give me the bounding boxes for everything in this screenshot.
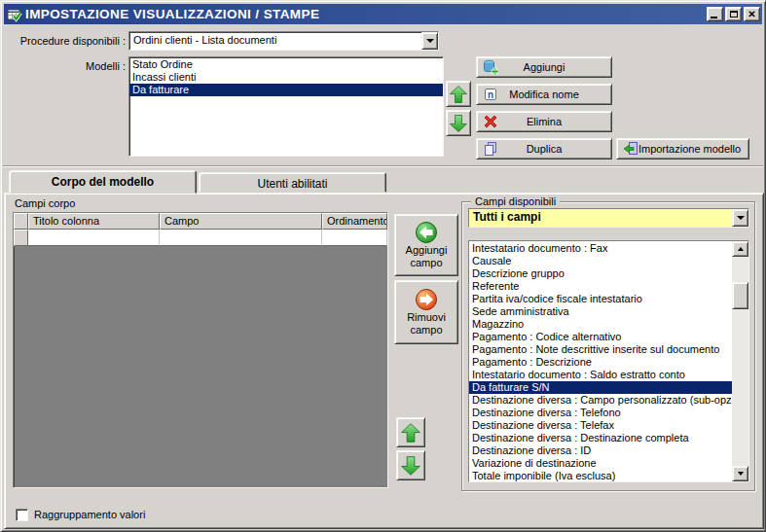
app-icon: [7, 7, 22, 22]
available-list[interactable]: Intestatario documento : FaxCausaleDescr…: [469, 241, 732, 481]
add-field-label: Aggiungi campo: [399, 244, 454, 269]
list-item[interactable]: Totale imponibile (Iva esclusa): [469, 470, 732, 481]
tab-label: Corpo del modello: [52, 175, 154, 189]
list-item[interactable]: Destinazione diversa : Destinazione comp…: [469, 432, 732, 444]
list-item[interactable]: Referente: [469, 280, 732, 293]
list-item[interactable]: Intestatario documento : Saldo estratto …: [469, 369, 732, 381]
list-item[interactable]: Destinazione diversa : Campo personalizz…: [469, 394, 732, 407]
list-item[interactable]: Descrizione gruppo: [469, 267, 732, 280]
scroll-down-button[interactable]: [732, 466, 748, 481]
field-move-up-button[interactable]: [396, 417, 425, 447]
list-item[interactable]: Pagamento : Descrizione: [469, 356, 732, 369]
settings-window: IMPOSTAZIONE VISUALIZZAZIONI / STAMPE ✕ …: [0, 0, 766, 532]
add-model-label: Aggiungi: [524, 61, 565, 73]
row-selector-cell[interactable]: [14, 230, 28, 246]
procedures-combobox-value: Ordini clienti - Lista documenti: [129, 32, 421, 50]
vertical-scrollbar[interactable]: [732, 241, 748, 481]
list-item[interactable]: Pagamento : Codice alternativo: [469, 331, 732, 343]
minimize-button[interactable]: [707, 7, 723, 21]
grouping-checkbox[interactable]: [16, 509, 28, 521]
list-item[interactable]: Destinazione diversa : ID: [469, 444, 732, 457]
arrow-down-icon: [400, 455, 421, 477]
arrow-up-icon: [400, 422, 421, 443]
procedures-dropdown-button[interactable]: [421, 32, 438, 50]
remove-field-label: Rimuovi campo: [399, 311, 454, 337]
chevron-down-icon: [737, 216, 745, 220]
models-label: Modelli :: [9, 60, 126, 72]
close-button[interactable]: ✕: [744, 7, 760, 21]
fields-filter-value: Tutti i campi: [469, 209, 732, 227]
tab-utenti-abilitati[interactable]: Utenti abilitati: [199, 172, 386, 193]
grid-header-campo: Campo: [160, 213, 322, 230]
list-item[interactable]: Incassi clienti: [129, 71, 443, 84]
list-item[interactable]: Da fatturare: [129, 84, 443, 96]
scroll-up-icon: [738, 247, 744, 251]
rename-model-button[interactable]: n Modifica nome: [476, 84, 612, 105]
delete-x-icon: [483, 114, 498, 129]
fields-label: Campi corpo: [15, 197, 75, 209]
separator: [3, 165, 763, 167]
import-model-label: Importazione modello: [638, 143, 741, 155]
add-model-button[interactable]: Aggiungi: [476, 56, 612, 78]
rename-icon: n: [483, 87, 498, 102]
grouping-label: Raggruppamento valori: [34, 509, 145, 520]
delete-model-button[interactable]: Elimina: [476, 111, 612, 132]
list-item[interactable]: Causale: [469, 255, 732, 267]
duplicate-model-button[interactable]: Duplica: [476, 138, 612, 160]
close-icon: ✕: [748, 10, 755, 19]
duplicate-model-label: Duplica: [527, 143, 563, 155]
scroll-up-button[interactable]: [732, 241, 748, 257]
grid-header-selector: [14, 213, 28, 230]
grid-header-row: Titolo colonna Campo Ordinamento: [14, 213, 387, 230]
list-item[interactable]: Intestatario documento : Fax: [469, 242, 732, 255]
tab-label: Utenti abilitati: [257, 177, 327, 191]
list-item[interactable]: Sede amministrativa: [469, 305, 732, 318]
database-add-icon: [483, 59, 498, 75]
model-move-up-button[interactable]: [446, 81, 471, 107]
maximize-icon: [730, 11, 738, 18]
delete-model-label: Elimina: [527, 116, 562, 127]
grid-empty-row[interactable]: [14, 230, 387, 246]
scrollbar-thumb[interactable]: [732, 282, 748, 309]
available-fields-group-label: Campi disponibili: [471, 195, 560, 207]
arrow-down-icon: [449, 114, 468, 133]
remove-field-button[interactable]: Rimuovi campo: [394, 280, 458, 344]
titlebar: IMPOSTAZIONE VISUALIZZAZIONI / STAMPE ✕: [4, 4, 762, 24]
list-item[interactable]: Stato Ordine: [129, 58, 443, 71]
rename-model-label: Modifica nome: [509, 89, 579, 100]
list-item[interactable]: Destinazione diversa : Telefono: [469, 407, 732, 419]
list-item[interactable]: Da fatturare S/N: [469, 381, 732, 394]
import-model-button[interactable]: Importazione modello: [616, 138, 749, 160]
field-move-down-button[interactable]: [396, 450, 425, 480]
maximize-button[interactable]: [725, 7, 742, 21]
minimize-icon: [711, 17, 717, 18]
list-item[interactable]: Partita iva/codice fiscale intestatario: [469, 293, 732, 305]
fields-filter-dropdown-button[interactable]: [732, 209, 748, 227]
fields-grid: Titolo colonna Campo Ordinamento: [13, 212, 388, 488]
cell-ordinamento[interactable]: [322, 230, 387, 246]
list-item[interactable]: Magazzino: [469, 318, 732, 331]
procedures-combobox[interactable]: Ordini clienti - Lista documenti: [128, 31, 439, 51]
green-left-arrow-icon: [415, 221, 438, 244]
list-item[interactable]: Destinazione diversa : Telefax: [469, 419, 732, 432]
chevron-down-icon: [426, 39, 434, 43]
cell-campo[interactable]: [160, 230, 322, 246]
arrow-up-icon: [449, 85, 468, 104]
model-move-down-button[interactable]: [446, 110, 471, 136]
available-fields-listbox: Intestatario documento : FaxCausaleDescr…: [468, 240, 749, 482]
list-item[interactable]: Pagamento : Note descrittive inserite su…: [469, 343, 732, 356]
grid-header-ordinamento: Ordinamento: [322, 213, 387, 230]
models-list[interactable]: Stato OrdineIncassi clientiDa fatturare: [128, 56, 444, 157]
svg-text:n: n: [488, 89, 493, 100]
orange-right-arrow-icon: [415, 288, 438, 311]
fields-filter-combobox[interactable]: Tutti i campi: [468, 208, 749, 228]
tab-corpo-del-modello[interactable]: Corpo del modello: [9, 170, 197, 194]
window-title: IMPOSTAZIONE VISUALIZZAZIONI / STAMPE: [25, 7, 705, 21]
scroll-down-icon: [738, 472, 744, 476]
cell-titolo[interactable]: [28, 230, 160, 246]
grid-header-titolo: Titolo colonna: [28, 213, 160, 230]
list-item[interactable]: Variazione di destinazione: [469, 457, 732, 470]
duplicate-pages-icon: [483, 141, 498, 157]
procedures-label: Procedure disponibili :: [9, 35, 126, 47]
add-field-button[interactable]: Aggiungi campo: [394, 214, 458, 276]
